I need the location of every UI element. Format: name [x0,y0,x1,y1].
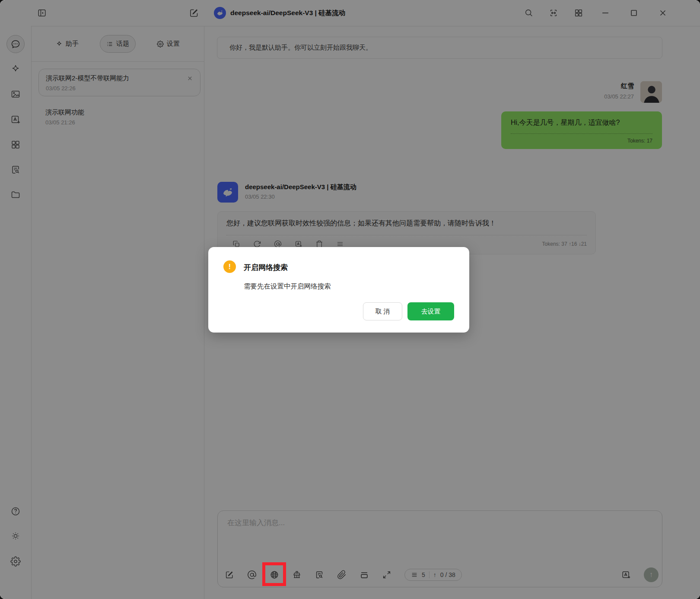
highlight-annotation-box [262,562,286,586]
dialog-title: 开启网络搜索 [244,263,288,273]
warning-icon: ! [223,260,236,273]
dialog-body: 需要先在设置中开启网络搜索 [244,282,331,291]
go-to-settings-button[interactable]: 去设置 [407,302,454,320]
cancel-button[interactable]: 取 消 [363,302,402,320]
app-window: deepseek-ai/DeepSeek-V3 | 硅基流动 [0,0,700,599]
web-search-dialog: ! 开启网络搜索 需要先在设置中开启网络搜索 取 消 去设置 [208,247,469,333]
